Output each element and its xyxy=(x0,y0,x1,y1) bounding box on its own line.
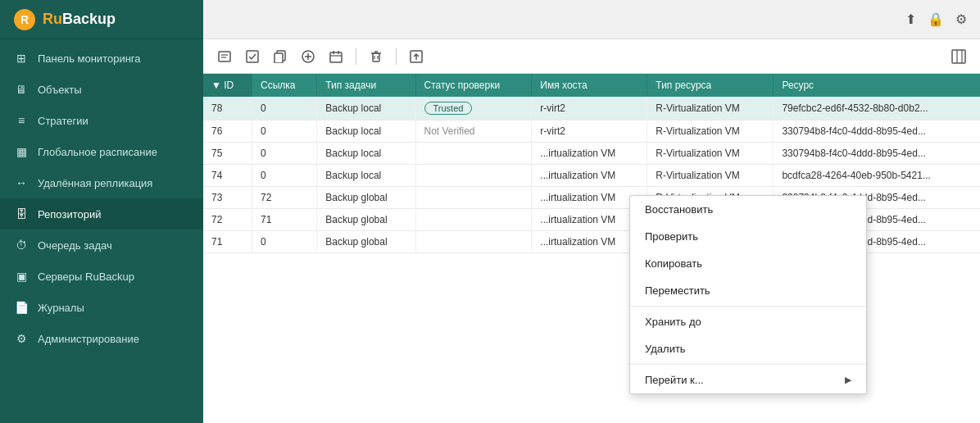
logo-icon: R xyxy=(13,8,36,31)
cell-resource: bcdfca28-4264-40eb-950b-5421... xyxy=(774,165,980,187)
sidebar-item-label: Объекты xyxy=(38,84,82,96)
context-menu-item-delete[interactable]: Удалить xyxy=(630,335,866,362)
cell-link: 72 xyxy=(252,187,317,209)
columns-button[interactable] xyxy=(947,45,970,68)
sidebar-item-repository[interactable]: 🗄 Репозиторий xyxy=(0,198,203,230)
table-row[interactable]: 76 0 Backup local Not Verified r-virt2 R… xyxy=(203,121,980,143)
topbar-icons: ⬆ 🔒 ⚙ xyxy=(905,11,967,27)
sidebar-item-label: Серверы RuBackup xyxy=(38,271,134,283)
col-check-status[interactable]: Статус проверки xyxy=(415,74,532,97)
admin-icon: ⚙ xyxy=(13,330,29,347)
svg-rect-15 xyxy=(373,53,379,61)
calendar-icon xyxy=(329,50,343,63)
sidebar-item-label: Репозиторий xyxy=(38,208,101,221)
context-menu-label: Восстановить xyxy=(645,203,713,216)
export-icon xyxy=(410,50,423,63)
col-task-type[interactable]: Тип задачи xyxy=(317,74,415,97)
cell-id: 72 xyxy=(203,209,252,231)
submenu-arrow: ▶ xyxy=(845,375,851,385)
sidebar-item-label: Панель мониторинга xyxy=(38,52,141,65)
sidebar-item-monitoring[interactable]: ⊞ Панель мониторинга xyxy=(0,43,203,74)
col-id[interactable]: ▼ ID xyxy=(203,74,252,97)
check-button[interactable] xyxy=(241,45,264,68)
add-button[interactable] xyxy=(297,45,320,68)
context-menu-label: Копировать xyxy=(645,257,702,270)
cell-resource: 79efcbc2-ed6f-4532-8b80-d0b2... xyxy=(774,97,980,121)
logo: R RuBackup xyxy=(0,0,203,39)
delete-icon xyxy=(370,50,383,63)
logs-icon: 📄 xyxy=(13,299,29,316)
svg-rect-2 xyxy=(219,52,230,61)
sidebar-item-servers[interactable]: ▣ Серверы RuBackup xyxy=(0,261,203,292)
context-menu-item-check[interactable]: Проверить xyxy=(630,223,866,250)
columns-icon xyxy=(951,49,966,64)
export-button[interactable] xyxy=(405,45,428,68)
context-menu: ВосстановитьПроверитьКопироватьПеремести… xyxy=(629,195,867,394)
col-resource-type[interactable]: Тип ресурса xyxy=(647,74,774,97)
sidebar-item-strategies[interactable]: ≡ Стратегии xyxy=(0,105,203,136)
cell-resource-type: R-Virtualization VM xyxy=(647,165,774,187)
context-menu-label: Удалить xyxy=(645,343,686,355)
sidebar-item-label: Очередь задач xyxy=(38,239,112,252)
sidebar-item-logs[interactable]: 📄 Журналы xyxy=(0,292,203,323)
table-row[interactable]: 74 0 Backup local ...irtualization VM R-… xyxy=(203,165,980,187)
status-cell xyxy=(415,209,532,231)
sidebar-item-replication[interactable]: ↔ Удалённая репликация xyxy=(0,167,203,198)
copy-icon xyxy=(274,50,287,63)
toolbar-sep-1 xyxy=(356,48,356,65)
context-menu-label: Перейти к... xyxy=(645,374,704,386)
status-cell xyxy=(415,187,532,209)
toolbar-sep-2 xyxy=(396,48,397,65)
lock-icon[interactable]: 🔒 xyxy=(928,11,944,27)
sidebar-item-admin[interactable]: ⚙ Администрирование xyxy=(0,323,203,354)
cell-link: 0 xyxy=(252,121,317,143)
context-menu-item-goto[interactable]: Перейти к...▶ xyxy=(630,366,866,393)
col-hostname[interactable]: Имя хоста xyxy=(532,74,647,97)
cell-task-type: Backup global xyxy=(317,209,415,231)
table-row[interactable]: 75 0 Backup local ...irtualization VM R-… xyxy=(203,143,980,165)
cell-hostname: ...irtualization VM xyxy=(532,165,647,187)
cell-link: 0 xyxy=(252,143,317,165)
cell-task-type: Backup local xyxy=(317,143,415,165)
table-row[interactable]: 78 0 Backup local Trusted r-virt2 R-Virt… xyxy=(203,97,980,121)
trusted-badge: Trusted xyxy=(424,102,473,115)
sidebar-item-label: Удалённая репликация xyxy=(38,177,152,189)
copy-button[interactable] xyxy=(269,45,292,68)
main-area: ⬆ 🔒 ⚙ xyxy=(203,0,980,423)
details-icon xyxy=(218,50,231,63)
sidebar: R RuBackup ⊞ Панель мониторинга 🖥 Объект… xyxy=(0,0,203,423)
not-verified-label: Not Verified xyxy=(424,125,475,137)
cell-resource: 330794b8-f4c0-4ddd-8b95-4ed... xyxy=(774,143,980,165)
details-button[interactable] xyxy=(213,45,236,68)
context-menu-item-move[interactable]: Переместить xyxy=(630,277,866,304)
sidebar-item-objects[interactable]: 🖥 Объекты xyxy=(0,74,203,105)
context-menu-separator xyxy=(630,364,866,365)
context-menu-item-keep_until[interactable]: Хранить до xyxy=(630,308,866,335)
upload-icon[interactable]: ⬆ xyxy=(905,11,916,27)
sidebar-item-queue[interactable]: ⏱ Очередь задач xyxy=(0,230,203,261)
add-icon xyxy=(302,50,315,63)
context-menu-label: Переместить xyxy=(645,284,710,297)
context-menu-item-copy[interactable]: Копировать xyxy=(630,250,866,277)
cell-hostname: r-virt2 xyxy=(532,97,647,121)
sidebar-nav: ⊞ Панель мониторинга 🖥 Объекты ≡ Стратег… xyxy=(0,39,203,423)
context-menu-item-restore[interactable]: Восстановить xyxy=(630,196,866,223)
context-menu-label: Хранить до xyxy=(645,316,701,328)
col-link[interactable]: Ссылка xyxy=(252,74,317,97)
delete-button[interactable] xyxy=(365,45,388,68)
cell-id: 71 xyxy=(203,231,252,253)
sidebar-item-schedule[interactable]: ▦ Глобальное расписание xyxy=(0,136,203,167)
settings-icon[interactable]: ⚙ xyxy=(955,11,967,27)
queue-icon: ⏱ xyxy=(13,237,29,253)
servers-icon: ▣ xyxy=(13,268,29,284)
cell-id: 75 xyxy=(203,143,252,165)
status-cell xyxy=(415,165,532,187)
svg-rect-7 xyxy=(274,53,283,63)
svg-rect-20 xyxy=(952,50,965,63)
cell-link: 0 xyxy=(252,97,317,121)
col-resource[interactable]: Ресурс xyxy=(774,74,980,97)
cell-id: 78 xyxy=(203,97,252,121)
cell-hostname: r-virt2 xyxy=(532,121,647,143)
context-menu-separator xyxy=(630,306,866,307)
calendar-button[interactable] xyxy=(324,45,347,68)
